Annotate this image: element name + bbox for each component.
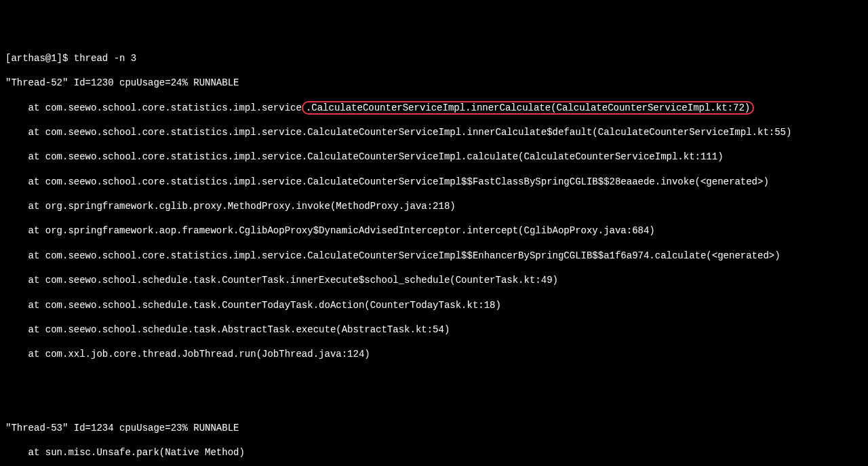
thread1-header: "Thread-52" Id=1230 cpuUsage=24% RUNNABL… — [5, 77, 863, 89]
prompt-line: [arthas@1]$ thread -n 3 — [5, 52, 863, 64]
stack-frame: at com.seewo.school.schedule.task.Counte… — [5, 274, 863, 286]
stack-frame: at com.xxl.job.core.thread.JobThread.run… — [5, 348, 863, 360]
stack-frame: at com.seewo.school.schedule.task.Abstra… — [5, 324, 863, 336]
stack-frame: at org.springframework.aop.framework.Cgl… — [5, 225, 863, 237]
blank-line — [5, 373, 863, 385]
stack-frame: at com.seewo.school.schedule.task.Counte… — [5, 299, 863, 311]
highlight-box: .CalculateCounterServiceImpl.innerCalcul… — [302, 101, 754, 115]
blank-line — [5, 397, 863, 410]
stack-frame: at com.seewo.school.core.statistics.impl… — [5, 151, 863, 163]
stack-frame: at com.seewo.school.core.statistics.impl… — [5, 250, 863, 262]
stack-frame: at com.seewo.school.core.statistics.impl… — [5, 102, 863, 114]
stack-frame-pre: at com.seewo.school.core.statistics.impl… — [5, 102, 302, 113]
stack-frame: at org.springframework.cglib.proxy.Metho… — [5, 200, 863, 212]
stack-frame: at com.seewo.school.core.statistics.impl… — [5, 126, 863, 138]
stack-frame: at com.seewo.school.core.statistics.impl… — [5, 176, 863, 188]
stack-frame: at sun.misc.Unsafe.park(Native Method) — [5, 446, 863, 459]
thread2-header: "Thread-53" Id=1234 cpuUsage=23% RUNNABL… — [5, 422, 863, 434]
